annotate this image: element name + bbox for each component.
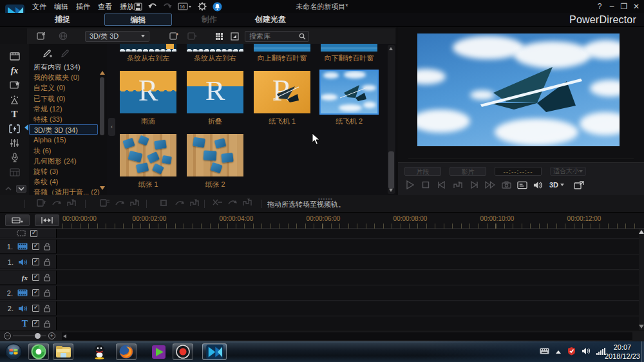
restore-button[interactable]: ❐ bbox=[620, 2, 628, 11]
clip-mode-button[interactable]: 片段 bbox=[404, 167, 441, 176]
chapter-room-icon[interactable] bbox=[0, 165, 29, 180]
undock-preview-button[interactable] bbox=[574, 180, 584, 190]
transition-thumb[interactable]: R 纸飞机 1 bbox=[249, 71, 316, 126]
tab-edit[interactable]: 编辑 bbox=[104, 14, 172, 26]
collapse-categories-button[interactable]: ‹ bbox=[108, 118, 115, 136]
remove-tag-icon[interactable] bbox=[61, 48, 71, 59]
room-scroll-up-icon[interactable] bbox=[3, 185, 14, 193]
category-item[interactable]: 我的收藏夹 (0) bbox=[29, 72, 98, 82]
settings-gear-icon[interactable] bbox=[197, 1, 207, 12]
taskbar-media-app-icon[interactable] bbox=[148, 343, 169, 360]
lock-icon[interactable] bbox=[44, 274, 51, 281]
new-folder-icon[interactable] bbox=[167, 30, 180, 42]
expand-library-icon[interactable] bbox=[228, 30, 241, 42]
volume-tray-icon[interactable] bbox=[582, 347, 591, 356]
category-item[interactable]: 特殊 (33) bbox=[29, 114, 98, 124]
help-button[interactable]: ? bbox=[596, 2, 603, 11]
transition-thumb[interactable]: 条纹从右到左 bbox=[115, 44, 182, 63]
lock-icon[interactable] bbox=[44, 258, 51, 266]
tab-capture[interactable]: 捕捉 bbox=[40, 14, 85, 26]
transition-thumb[interactable]: 条纹从左到右 bbox=[182, 44, 249, 63]
taskbar-recorder-icon[interactable] bbox=[173, 343, 193, 360]
zoom-slider-handle[interactable] bbox=[35, 333, 41, 339]
play-button[interactable] bbox=[404, 180, 415, 190]
category-scrollbar[interactable] bbox=[99, 71, 106, 190]
lock-icon[interactable] bbox=[44, 289, 51, 297]
transition-thumb[interactable]: 纸张 2 bbox=[182, 134, 249, 189]
taskbar-clock[interactable]: 20:07 2018/12/23 bbox=[605, 343, 640, 361]
snapshot-button[interactable] bbox=[501, 180, 511, 190]
track-content[interactable] bbox=[57, 286, 639, 300]
track-content[interactable] bbox=[57, 229, 639, 238]
category-item[interactable]: 条纹 (4) bbox=[29, 176, 98, 187]
effects-room-icon[interactable]: fx bbox=[0, 64, 29, 79]
taskbar-browser-360-icon[interactable] bbox=[28, 343, 49, 360]
scroll-up-icon[interactable] bbox=[100, 71, 105, 75]
previous-frame-button[interactable] bbox=[437, 180, 447, 190]
particle-room-icon[interactable] bbox=[0, 93, 29, 108]
taskbar-powerdirector-icon[interactable] bbox=[202, 343, 227, 360]
input-method-icon[interactable] bbox=[540, 348, 549, 356]
media-room-icon[interactable] bbox=[0, 49, 29, 64]
next-folder-icon[interactable] bbox=[185, 30, 198, 42]
add-tag-icon[interactable] bbox=[43, 48, 53, 59]
menu-edit[interactable]: 编辑 bbox=[54, 2, 68, 12]
audio-mixing-room-icon[interactable] bbox=[0, 136, 29, 151]
save-icon[interactable] bbox=[133, 1, 143, 12]
timeline-vertical-scrollbar[interactable] bbox=[639, 229, 644, 330]
fast-forward-button[interactable] bbox=[485, 180, 495, 190]
preview-video[interactable] bbox=[417, 33, 620, 146]
menu-view[interactable]: 查看 bbox=[98, 2, 112, 12]
show-desktop-button[interactable] bbox=[641, 341, 644, 362]
taskbar-explorer-icon[interactable] bbox=[53, 343, 73, 360]
undo-icon[interactable] bbox=[147, 1, 158, 12]
category-item[interactable]: 音频（适用于音... (2) bbox=[29, 187, 98, 195]
step-button[interactable] bbox=[453, 180, 463, 190]
transition-thumb[interactable]: 向下翻转百叶窗 bbox=[316, 44, 383, 63]
minimize-button[interactable]: – bbox=[608, 2, 616, 11]
scroll-down-icon[interactable] bbox=[100, 186, 105, 190]
fit-timeline-button[interactable] bbox=[35, 214, 59, 226]
voiceover-room-icon[interactable] bbox=[0, 151, 29, 166]
menu-file[interactable]: 文件 bbox=[32, 2, 46, 12]
scroll-up-icon[interactable] bbox=[389, 47, 393, 50]
category-filter-dropdown[interactable]: 3D/类 3D bbox=[85, 31, 149, 42]
track-enable-checkbox[interactable] bbox=[30, 230, 37, 237]
category-item[interactable]: Alpha (15) bbox=[29, 135, 98, 145]
scroll-down-icon[interactable] bbox=[639, 325, 644, 329]
track-content[interactable] bbox=[57, 301, 639, 316]
redo-icon[interactable] bbox=[162, 1, 173, 12]
title-room-icon[interactable]: T bbox=[0, 107, 29, 122]
volume-button[interactable] bbox=[533, 180, 544, 190]
taskbar-qq-icon[interactable] bbox=[89, 343, 109, 360]
taskbar-firefox-icon[interactable] bbox=[116, 343, 137, 360]
track-content[interactable] bbox=[57, 255, 639, 269]
menu-plugins[interactable]: 插件 bbox=[76, 2, 90, 12]
preview-quality-button[interactable] bbox=[517, 180, 527, 190]
track-content[interactable] bbox=[57, 271, 639, 285]
close-button[interactable]: ✕ bbox=[632, 2, 640, 11]
network-signal-icon[interactable] bbox=[596, 348, 605, 356]
ruler-ticks[interactable] bbox=[58, 224, 638, 229]
menu-play[interactable]: 播放 bbox=[120, 2, 134, 12]
next-frame-button[interactable] bbox=[469, 180, 479, 190]
track-manager-button[interactable] bbox=[5, 214, 30, 226]
category-item[interactable]: 常规 (12) bbox=[29, 104, 98, 114]
category-item-selected[interactable]: 3D/类 3D (34) bbox=[29, 124, 98, 135]
track-content[interactable] bbox=[57, 240, 639, 254]
category-item[interactable]: 几何图形 (24) bbox=[29, 156, 98, 166]
transition-thumb[interactable]: R 折叠 bbox=[182, 71, 249, 126]
scroll-down-icon[interactable] bbox=[389, 189, 393, 192]
timeline-horizontal-scrollbar[interactable] bbox=[62, 332, 632, 340]
tray-security-icon[interactable] bbox=[567, 347, 576, 357]
category-item[interactable]: 旋转 (3) bbox=[29, 166, 98, 176]
timeline-zoom-slider[interactable]: – + bbox=[4, 332, 55, 339]
pip-objects-room-icon[interactable] bbox=[0, 78, 29, 93]
download-content-icon[interactable] bbox=[57, 30, 70, 42]
lock-icon[interactable] bbox=[44, 320, 51, 328]
fit-size-dropdown[interactable]: 适合大小 bbox=[550, 167, 586, 176]
transition-thumb[interactable]: 向上翻转百叶窗 bbox=[249, 44, 316, 63]
tab-create-disc[interactable]: 创建光盘 bbox=[248, 14, 293, 26]
preview-seekbar[interactable] bbox=[408, 158, 634, 159]
scroll-left-icon[interactable] bbox=[63, 334, 66, 338]
